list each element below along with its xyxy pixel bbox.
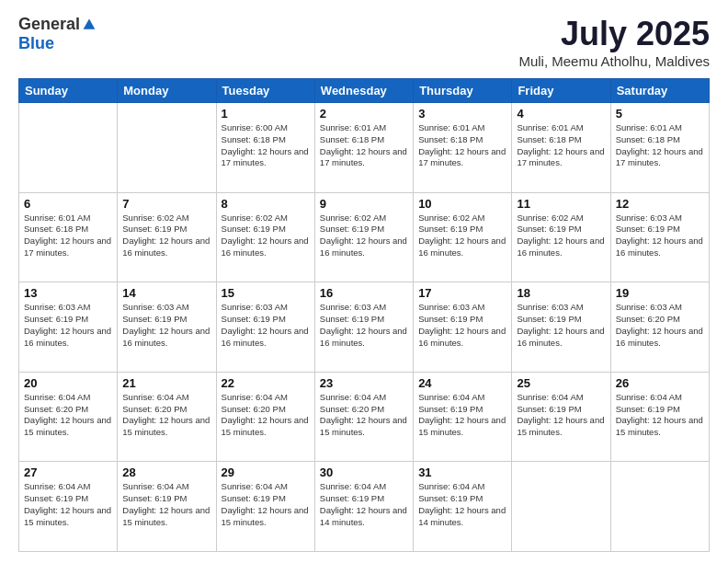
week-row-1: 1Sunrise: 6:00 AM Sunset: 6:18 PM Daylig…	[19, 103, 710, 193]
day-info: Sunrise: 6:03 AM Sunset: 6:19 PM Dayligh…	[517, 302, 605, 349]
calendar-cell: 27Sunrise: 6:04 AM Sunset: 6:19 PM Dayli…	[19, 462, 118, 552]
day-info: Sunrise: 6:01 AM Sunset: 6:18 PM Dayligh…	[418, 122, 506, 169]
day-number: 4	[517, 107, 605, 121]
title-section: July 2025 Muli, Meemu Atholhu, Maldives	[518, 15, 710, 69]
day-info: Sunrise: 6:02 AM Sunset: 6:19 PM Dayligh…	[320, 213, 408, 259]
calendar-cell	[19, 103, 118, 193]
week-row-2: 6Sunrise: 6:01 AM Sunset: 6:18 PM Daylig…	[19, 192, 710, 282]
day-number: 19	[616, 286, 704, 300]
day-number: 25	[517, 376, 605, 390]
day-info: Sunrise: 6:04 AM Sunset: 6:20 PM Dayligh…	[320, 392, 408, 439]
day-number: 30	[320, 465, 408, 479]
calendar-cell	[610, 462, 709, 552]
day-info: Sunrise: 6:00 AM Sunset: 6:18 PM Dayligh…	[222, 122, 310, 169]
day-header-tuesday: Tuesday	[216, 79, 314, 103]
day-info: Sunrise: 6:02 AM Sunset: 6:19 PM Dayligh…	[517, 213, 605, 259]
day-header-thursday: Thursday	[414, 79, 512, 103]
day-number: 17	[418, 286, 506, 300]
day-number: 7	[122, 197, 210, 211]
day-number: 3	[418, 107, 506, 121]
day-number: 20	[24, 376, 112, 390]
calendar-cell: 16Sunrise: 6:03 AM Sunset: 6:19 PM Dayli…	[314, 282, 413, 373]
day-header-row: SundayMondayTuesdayWednesdayThursdayFrid…	[19, 79, 710, 103]
calendar-cell: 25Sunrise: 6:04 AM Sunset: 6:19 PM Dayli…	[512, 372, 610, 462]
month-title: July 2025	[518, 15, 710, 53]
calendar-cell: 12Sunrise: 6:03 AM Sunset: 6:19 PM Dayli…	[610, 192, 709, 282]
week-row-3: 13Sunrise: 6:03 AM Sunset: 6:19 PM Dayli…	[19, 282, 710, 373]
calendar-cell: 31Sunrise: 6:04 AM Sunset: 6:19 PM Dayli…	[414, 462, 512, 552]
calendar-cell: 26Sunrise: 6:04 AM Sunset: 6:19 PM Dayli…	[610, 372, 709, 462]
day-header-monday: Monday	[118, 79, 216, 103]
header: General Blue July 2025 Muli, Meemu Athol…	[18, 15, 710, 69]
week-row-4: 20Sunrise: 6:04 AM Sunset: 6:20 PM Dayli…	[19, 372, 710, 462]
day-info: Sunrise: 6:04 AM Sunset: 6:19 PM Dayligh…	[517, 392, 605, 439]
day-number: 23	[320, 376, 408, 390]
day-number: 2	[320, 107, 408, 121]
day-number: 18	[517, 286, 605, 300]
day-header-sunday: Sunday	[19, 79, 118, 103]
day-info: Sunrise: 6:04 AM Sunset: 6:19 PM Dayligh…	[616, 392, 704, 439]
day-number: 8	[222, 197, 310, 211]
calendar-cell: 17Sunrise: 6:03 AM Sunset: 6:19 PM Dayli…	[414, 282, 512, 373]
day-number: 21	[122, 376, 210, 390]
day-info: Sunrise: 6:01 AM Sunset: 6:18 PM Dayligh…	[517, 122, 605, 169]
day-info: Sunrise: 6:03 AM Sunset: 6:19 PM Dayligh…	[122, 302, 210, 349]
day-info: Sunrise: 6:02 AM Sunset: 6:19 PM Dayligh…	[222, 213, 310, 259]
day-info: Sunrise: 6:03 AM Sunset: 6:19 PM Dayligh…	[320, 302, 408, 349]
logo: General Blue	[18, 15, 97, 53]
calendar-cell: 6Sunrise: 6:01 AM Sunset: 6:18 PM Daylig…	[19, 192, 118, 282]
day-number: 5	[616, 107, 704, 121]
day-number: 28	[122, 465, 210, 479]
logo-blue-text: Blue	[18, 34, 54, 53]
calendar-cell	[512, 462, 610, 552]
day-number: 16	[320, 286, 408, 300]
day-info: Sunrise: 6:03 AM Sunset: 6:19 PM Dayligh…	[222, 302, 310, 349]
day-number: 11	[517, 197, 605, 211]
day-info: Sunrise: 6:01 AM Sunset: 6:18 PM Dayligh…	[320, 122, 408, 169]
calendar-cell: 20Sunrise: 6:04 AM Sunset: 6:20 PM Dayli…	[19, 372, 118, 462]
location: Muli, Meemu Atholhu, Maldives	[518, 53, 710, 69]
svg-marker-0	[84, 18, 96, 29]
calendar-cell: 15Sunrise: 6:03 AM Sunset: 6:19 PM Dayli…	[216, 282, 314, 373]
day-number: 22	[222, 376, 310, 390]
calendar-cell: 19Sunrise: 6:03 AM Sunset: 6:20 PM Dayli…	[610, 282, 709, 373]
day-number: 29	[222, 465, 310, 479]
day-info: Sunrise: 6:03 AM Sunset: 6:20 PM Dayligh…	[616, 302, 704, 349]
day-number: 1	[222, 107, 310, 121]
day-number: 14	[122, 286, 210, 300]
calendar-cell: 3Sunrise: 6:01 AM Sunset: 6:18 PM Daylig…	[414, 103, 512, 193]
calendar-cell: 24Sunrise: 6:04 AM Sunset: 6:19 PM Dayli…	[414, 372, 512, 462]
day-info: Sunrise: 6:04 AM Sunset: 6:19 PM Dayligh…	[418, 392, 506, 439]
calendar-cell: 1Sunrise: 6:00 AM Sunset: 6:18 PM Daylig…	[216, 103, 314, 193]
calendar-cell: 5Sunrise: 6:01 AM Sunset: 6:18 PM Daylig…	[610, 103, 709, 193]
day-number: 9	[320, 197, 408, 211]
day-info: Sunrise: 6:03 AM Sunset: 6:19 PM Dayligh…	[24, 302, 112, 349]
calendar-cell: 9Sunrise: 6:02 AM Sunset: 6:19 PM Daylig…	[314, 192, 413, 282]
day-info: Sunrise: 6:04 AM Sunset: 6:20 PM Dayligh…	[222, 392, 310, 439]
day-header-friday: Friday	[512, 79, 610, 103]
calendar-cell: 4Sunrise: 6:01 AM Sunset: 6:18 PM Daylig…	[512, 103, 610, 193]
calendar-table: SundayMondayTuesdayWednesdayThursdayFrid…	[18, 78, 710, 552]
day-info: Sunrise: 6:04 AM Sunset: 6:19 PM Dayligh…	[418, 481, 506, 528]
logo-icon	[82, 17, 97, 32]
page: General Blue July 2025 Muli, Meemu Athol…	[0, 0, 728, 563]
day-number: 12	[616, 197, 704, 211]
day-number: 10	[418, 197, 506, 211]
calendar-cell: 7Sunrise: 6:02 AM Sunset: 6:19 PM Daylig…	[118, 192, 216, 282]
calendar-cell: 10Sunrise: 6:02 AM Sunset: 6:19 PM Dayli…	[414, 192, 512, 282]
day-info: Sunrise: 6:01 AM Sunset: 6:18 PM Dayligh…	[616, 122, 704, 169]
week-row-5: 27Sunrise: 6:04 AM Sunset: 6:19 PM Dayli…	[19, 462, 710, 552]
day-info: Sunrise: 6:03 AM Sunset: 6:19 PM Dayligh…	[418, 302, 506, 349]
day-info: Sunrise: 6:03 AM Sunset: 6:19 PM Dayligh…	[616, 213, 704, 259]
calendar-cell: 30Sunrise: 6:04 AM Sunset: 6:19 PM Dayli…	[314, 462, 413, 552]
day-number: 27	[24, 465, 112, 479]
day-info: Sunrise: 6:02 AM Sunset: 6:19 PM Dayligh…	[418, 213, 506, 259]
day-number: 24	[418, 376, 506, 390]
day-info: Sunrise: 6:04 AM Sunset: 6:19 PM Dayligh…	[24, 481, 112, 528]
day-info: Sunrise: 6:01 AM Sunset: 6:18 PM Dayligh…	[24, 213, 112, 259]
day-number: 26	[616, 376, 704, 390]
calendar-cell: 22Sunrise: 6:04 AM Sunset: 6:20 PM Dayli…	[216, 372, 314, 462]
calendar-cell: 21Sunrise: 6:04 AM Sunset: 6:20 PM Dayli…	[118, 372, 216, 462]
day-info: Sunrise: 6:04 AM Sunset: 6:19 PM Dayligh…	[222, 481, 310, 528]
calendar-cell: 13Sunrise: 6:03 AM Sunset: 6:19 PM Dayli…	[19, 282, 118, 373]
